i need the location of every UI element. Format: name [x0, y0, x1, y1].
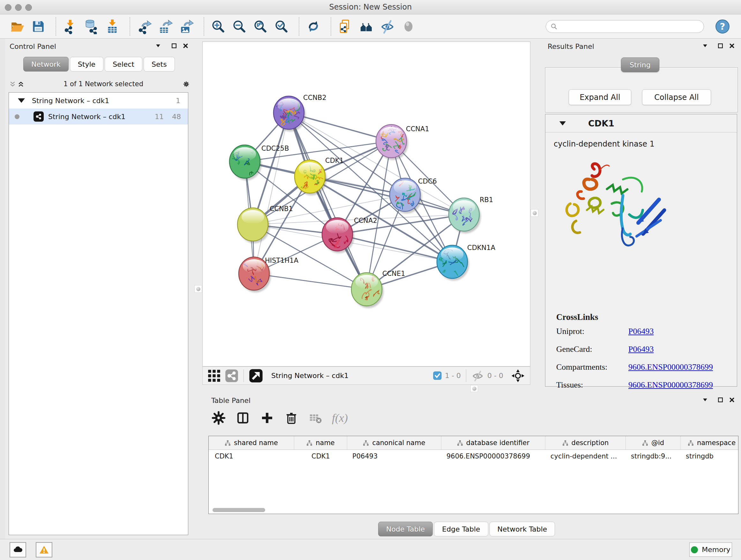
column-header-namespace[interactable]: namespace — [681, 436, 738, 449]
table-cell[interactable]: CDK1 — [294, 452, 347, 460]
crosslink-link[interactable]: P06493 — [628, 345, 654, 354]
table-panel-close-button[interactable] — [728, 395, 736, 404]
table-cell[interactable]: CDK1 — [209, 452, 294, 460]
network-graph[interactable]: CCNB2CCNA1CDC25BCDK1CDC6RB1CCNB1CCNA2CDK… — [203, 42, 530, 366]
results-panel-menu-button[interactable] — [701, 42, 709, 50]
save-session-button[interactable] — [29, 17, 47, 36]
help-button[interactable]: ? — [714, 17, 731, 36]
network-node-CCNB1[interactable]: CCNB1 — [238, 205, 293, 243]
zoom-out-button[interactable] — [230, 17, 248, 36]
table-cell[interactable]: 9606.ENSP00000378699 — [441, 452, 545, 460]
network-canvas[interactable]: CCNB2CCNA1CDC25BCDK1CDC6RB1CCNB1CCNA2CDK… — [202, 42, 530, 367]
grid-mode-button[interactable] — [208, 369, 220, 382]
table-options-button[interactable] — [209, 408, 228, 428]
hide-selected-button[interactable] — [379, 17, 396, 36]
column-header-shared-name[interactable]: shared name — [209, 436, 294, 449]
crosslink-link[interactable]: 9606.ENSP00000378699 — [628, 380, 713, 390]
results-panel-close-button[interactable] — [728, 42, 736, 50]
crosslink-label: Compartments: — [556, 362, 628, 372]
network-collection-row[interactable]: String Network – cdk1 1 — [9, 92, 188, 109]
gene-collapse-icon[interactable] — [559, 121, 566, 125]
import-network-database-button[interactable] — [82, 17, 100, 36]
table-cell[interactable]: cyclin-dependent ... — [545, 452, 626, 460]
column-header--id[interactable]: @id — [626, 436, 681, 449]
horizontal-scrollbar[interactable] — [212, 508, 265, 512]
table-cell[interactable]: stringdb — [681, 452, 738, 460]
left-splitter[interactable] — [194, 39, 202, 539]
column-header-canonical-name[interactable]: canonical name — [347, 436, 441, 449]
collapse-all-networks-button[interactable] — [8, 80, 17, 88]
node-table[interactable]: shared namenamecanonical namedatabase id… — [208, 436, 738, 514]
table-panel-menu-button[interactable] — [701, 395, 709, 404]
table-tab-node-table[interactable]: Node Table — [378, 522, 433, 537]
show-all-button[interactable] — [400, 17, 417, 36]
import-network-file-button[interactable] — [61, 17, 79, 36]
eye-disabled-icon — [401, 19, 416, 34]
network-node-CDC6[interactable]: CDC6 — [390, 178, 437, 213]
delete-column-button[interactable] — [281, 408, 301, 428]
zoom-selected-button[interactable] — [273, 17, 290, 36]
results-panel-float-button[interactable] — [716, 42, 724, 50]
zoom-in-button[interactable] — [209, 17, 227, 36]
network-node-CCNB2[interactable]: CCNB2 — [273, 94, 327, 132]
pan-mode-button[interactable] — [511, 369, 525, 383]
table-cell[interactable]: P06493 — [347, 452, 441, 460]
results-tab-string[interactable]: String — [621, 57, 659, 72]
memory-button[interactable]: Memory — [689, 543, 732, 557]
search-input[interactable] — [557, 22, 699, 30]
show-columns-button[interactable] — [233, 408, 253, 428]
warning-status-button[interactable] — [36, 542, 52, 557]
network-node-HIST1H1A[interactable]: HIST1H1A — [239, 257, 299, 293]
control-panel-close-button[interactable] — [181, 42, 190, 50]
network-row-selected[interactable]: String Network – cdk1 11 48 — [9, 109, 188, 125]
column-header-name[interactable]: name — [294, 436, 347, 449]
crosslink-link[interactable]: P06493 — [628, 327, 654, 336]
network-node-CCNE1[interactable]: CCNE1 — [351, 270, 405, 308]
export-image-button[interactable] — [178, 17, 195, 36]
table-tab-edge-table[interactable]: Edge Table — [434, 522, 488, 537]
cloud-status-button[interactable] — [10, 542, 26, 557]
birdseye-view-button[interactable] — [249, 369, 263, 383]
table-cell[interactable]: stringdb:9... — [626, 452, 681, 460]
apply-layout-button[interactable] — [305, 17, 322, 36]
control-panel-menu-button[interactable] — [154, 42, 162, 50]
table-row[interactable]: CDK1CDK1P064939606.ENSP00000378699cyclin… — [209, 450, 738, 462]
network-node-CDC25B[interactable]: CDC25B — [229, 145, 289, 180]
network-edge-CCNA2-CDKN1A[interactable] — [337, 234, 452, 262]
network-node-CDKN1A[interactable]: CDKN1A — [437, 244, 495, 281]
gene-card-header[interactable]: CDK1 — [545, 114, 737, 132]
control-panel-float-button[interactable] — [170, 42, 178, 50]
export-table-button[interactable] — [156, 17, 174, 36]
network-options-button[interactable] — [182, 80, 190, 88]
first-neighbors-button[interactable] — [357, 17, 375, 36]
collection-expand-icon[interactable] — [18, 98, 25, 103]
network-edge-CCNB2-HIST1H1A[interactable] — [254, 113, 289, 273]
import-table-button[interactable] — [104, 17, 121, 36]
control-tab-style[interactable]: Style — [70, 57, 104, 71]
network-mode-button[interactable] — [225, 369, 239, 382]
network-node-CCNA1[interactable]: CCNA1 — [376, 125, 429, 160]
right-splitter[interactable] — [530, 39, 539, 387]
control-tab-select[interactable]: Select — [105, 57, 142, 71]
network-node-CCNA2[interactable]: CCNA2 — [322, 217, 377, 253]
control-tab-network[interactable]: Network — [23, 57, 69, 71]
column-header-description[interactable]: description — [545, 436, 626, 449]
selected-checkbox[interactable] — [433, 371, 442, 380]
expand-all-networks-button[interactable] — [17, 80, 25, 88]
search-box[interactable] — [546, 20, 704, 33]
column-header-database-identifier[interactable]: database identifier — [441, 436, 545, 449]
network-node-RB1[interactable]: RB1 — [449, 196, 493, 233]
export-network-button[interactable] — [135, 17, 153, 36]
table-tab-network-table[interactable]: Network Table — [489, 522, 555, 537]
network-edge-CCNB2-CCNE1[interactable] — [289, 113, 367, 289]
network-node-CDK1[interactable]: CDK1 — [294, 157, 344, 195]
control-tab-sets[interactable]: Sets — [144, 57, 175, 71]
zoom-fit-button[interactable] — [252, 17, 269, 36]
expand-all-button[interactable]: Expand All — [569, 89, 631, 105]
create-column-button[interactable] — [257, 408, 277, 428]
table-panel-float-button[interactable] — [716, 395, 724, 404]
clone-network-button[interactable] — [336, 17, 354, 36]
crosslink-link[interactable]: 9606.ENSP00000378699 — [628, 362, 713, 372]
open-session-button[interactable] — [8, 17, 26, 36]
collapse-all-button[interactable]: Collapse All — [642, 89, 711, 105]
